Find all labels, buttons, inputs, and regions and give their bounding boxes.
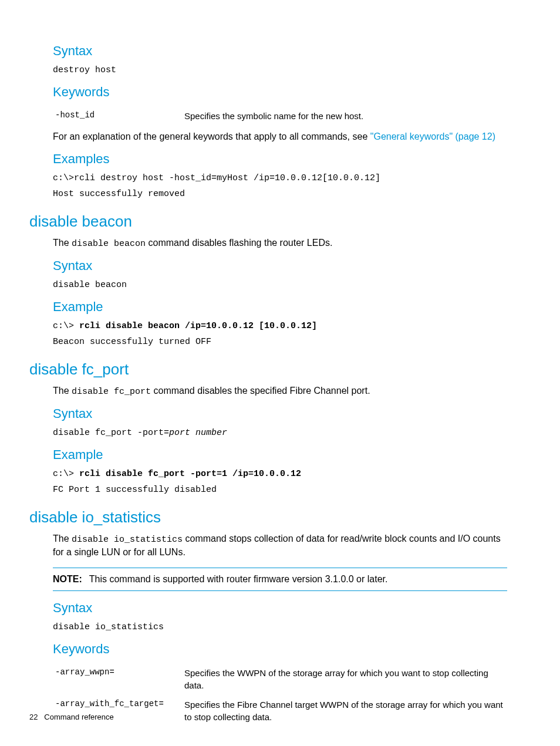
heading-disable-beacon: disable beacon (29, 211, 507, 232)
page-number: 22 (29, 713, 38, 721)
heading-examples: Examples (53, 150, 507, 168)
inline-code: disable beacon (72, 239, 146, 249)
code-disable-beacon: disable beacon (53, 279, 507, 291)
keyword-name: -array_wwpn= (53, 663, 182, 695)
text: command disables flashing the router LED… (146, 238, 332, 248)
keywords-table-destroy-host: -host_id Specifies the symbolic name for… (53, 106, 507, 126)
heading-syntax: Syntax (53, 257, 507, 275)
prompt: c:\> (53, 469, 79, 479)
keywords-table-io-statistics: -array_wwpn= Specifies the WWPN of the s… (53, 663, 507, 727)
text: command disables the specified Fibre Cha… (151, 386, 370, 396)
note-text: This command is supported with router fi… (89, 574, 388, 584)
heading-example: Example (53, 298, 507, 316)
code-text: disable fc_port -port= (53, 428, 169, 438)
inline-code: disable io_statistics (72, 535, 183, 545)
text: The (53, 386, 72, 396)
para-text: For an explanation of the general keywor… (53, 131, 370, 141)
text: The (53, 238, 72, 248)
disable-io-statistics-intro: The disable io_statistics command stops … (53, 532, 507, 559)
keyword-name: -host_id (53, 106, 182, 126)
heading-keywords: Keywords (53, 83, 507, 102)
keyword-desc: Specifies the Fibre Channel target WWPN … (182, 695, 507, 727)
code-disable-fc-port: disable fc_port -port=port number (53, 427, 507, 439)
heading-example: Example (53, 446, 507, 464)
table-row: -array_wwpn= Specifies the WWPN of the s… (53, 663, 507, 695)
note-label: NOTE: (53, 574, 82, 584)
disable-beacon-intro: The disable beacon command disables flas… (53, 237, 507, 250)
heading-keywords: Keywords (53, 640, 507, 659)
heading-disable-fc-port: disable fc_port (29, 359, 507, 380)
heading-syntax: Syntax (53, 42, 507, 60)
heading-syntax: Syntax (53, 405, 507, 423)
example-line: c:\> rcli disable fc_port -port=1 /ip=10… (53, 468, 507, 480)
chapter-title: Command reference (44, 713, 114, 721)
disable-fc-port-intro: The disable fc_port command disables the… (53, 384, 507, 398)
text: The (53, 534, 72, 544)
example-output: Beacon successfully turned OFF (53, 336, 507, 348)
example-output: Host successfully removed (53, 188, 507, 200)
example-output: FC Port 1 successfully disabled (53, 484, 507, 496)
example-line: c:\> rcli disable beacon /ip=10.0.0.12 [… (53, 320, 507, 332)
table-row: -array_with_fc_target= Specifies the Fib… (53, 695, 507, 727)
example-line: c:\>rcli destroy host -host_id=myHost /i… (53, 172, 507, 184)
code-disable-io-statistics: disable io_statistics (53, 621, 507, 633)
command: rcli disable beacon /ip=10.0.0.12 [10.0.… (79, 321, 317, 331)
keyword-desc: Specifies the symbolic name for the new … (182, 106, 507, 126)
general-keywords-para: For an explanation of the general keywor… (53, 130, 507, 143)
table-row: -host_id Specifies the symbolic name for… (53, 106, 507, 126)
code-param: port number (169, 428, 227, 438)
code-destroy-host: destroy host (53, 64, 507, 76)
inline-code: disable fc_port (72, 387, 151, 397)
general-keywords-link[interactable]: "General keywords" (page 12) (370, 131, 495, 141)
heading-disable-io-statistics: disable io_statistics (29, 507, 507, 528)
command: rcli disable fc_port -port=1 /ip=10.0.0.… (79, 469, 301, 479)
prompt: c:\> (53, 321, 79, 331)
heading-syntax: Syntax (53, 599, 507, 617)
keyword-desc: Specifies the WWPN of the storage array … (182, 663, 507, 695)
note-box: NOTE:This command is supported with rout… (53, 568, 507, 591)
page-footer: 22 Command reference (29, 712, 114, 723)
